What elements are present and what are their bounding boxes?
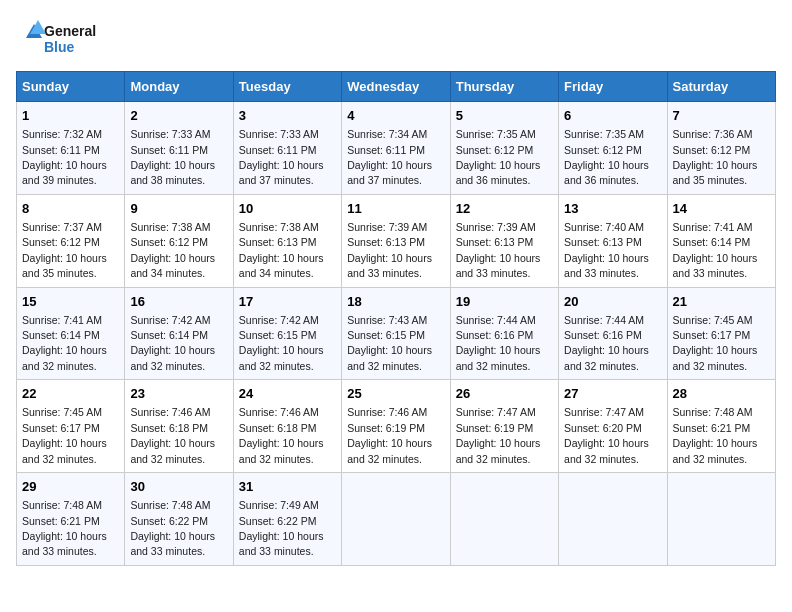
- logo: General Blue: [16, 16, 106, 61]
- calendar-cell: 26 Sunrise: 7:47 AMSunset: 6:19 PMDaylig…: [450, 380, 558, 473]
- day-info: Sunrise: 7:38 AMSunset: 6:13 PMDaylight:…: [239, 221, 324, 279]
- calendar-cell: 17 Sunrise: 7:42 AMSunset: 6:15 PMDaylig…: [233, 287, 341, 380]
- day-info: Sunrise: 7:42 AMSunset: 6:15 PMDaylight:…: [239, 314, 324, 372]
- day-info: Sunrise: 7:32 AMSunset: 6:11 PMDaylight:…: [22, 128, 107, 186]
- calendar-cell: [559, 473, 667, 566]
- day-info: Sunrise: 7:42 AMSunset: 6:14 PMDaylight:…: [130, 314, 215, 372]
- day-info: Sunrise: 7:37 AMSunset: 6:12 PMDaylight:…: [22, 221, 107, 279]
- day-number: 8: [22, 200, 119, 218]
- day-number: 11: [347, 200, 444, 218]
- day-of-week-header: Friday: [559, 72, 667, 102]
- day-of-week-header: Thursday: [450, 72, 558, 102]
- calendar-cell: [342, 473, 450, 566]
- day-of-week-header: Wednesday: [342, 72, 450, 102]
- day-info: Sunrise: 7:45 AMSunset: 6:17 PMDaylight:…: [673, 314, 758, 372]
- day-number: 10: [239, 200, 336, 218]
- day-number: 5: [456, 107, 553, 125]
- day-info: Sunrise: 7:47 AMSunset: 6:20 PMDaylight:…: [564, 406, 649, 464]
- day-info: Sunrise: 7:35 AMSunset: 6:12 PMDaylight:…: [564, 128, 649, 186]
- calendar-cell: 28 Sunrise: 7:48 AMSunset: 6:21 PMDaylig…: [667, 380, 775, 473]
- day-info: Sunrise: 7:47 AMSunset: 6:19 PMDaylight:…: [456, 406, 541, 464]
- day-info: Sunrise: 7:39 AMSunset: 6:13 PMDaylight:…: [456, 221, 541, 279]
- page-header: General Blue: [16, 16, 776, 61]
- day-info: Sunrise: 7:39 AMSunset: 6:13 PMDaylight:…: [347, 221, 432, 279]
- day-number: 4: [347, 107, 444, 125]
- calendar-cell: 10 Sunrise: 7:38 AMSunset: 6:13 PMDaylig…: [233, 194, 341, 287]
- day-number: 9: [130, 200, 227, 218]
- day-info: Sunrise: 7:40 AMSunset: 6:13 PMDaylight:…: [564, 221, 649, 279]
- day-number: 14: [673, 200, 770, 218]
- calendar-cell: [667, 473, 775, 566]
- day-info: Sunrise: 7:44 AMSunset: 6:16 PMDaylight:…: [456, 314, 541, 372]
- calendar-cell: [450, 473, 558, 566]
- svg-text:Blue: Blue: [44, 39, 75, 55]
- calendar-cell: 4 Sunrise: 7:34 AMSunset: 6:11 PMDayligh…: [342, 102, 450, 195]
- calendar-cell: 15 Sunrise: 7:41 AMSunset: 6:14 PMDaylig…: [17, 287, 125, 380]
- day-info: Sunrise: 7:46 AMSunset: 6:18 PMDaylight:…: [239, 406, 324, 464]
- calendar-cell: 7 Sunrise: 7:36 AMSunset: 6:12 PMDayligh…: [667, 102, 775, 195]
- day-number: 20: [564, 293, 661, 311]
- day-info: Sunrise: 7:34 AMSunset: 6:11 PMDaylight:…: [347, 128, 432, 186]
- day-number: 30: [130, 478, 227, 496]
- day-info: Sunrise: 7:45 AMSunset: 6:17 PMDaylight:…: [22, 406, 107, 464]
- calendar-cell: 23 Sunrise: 7:46 AMSunset: 6:18 PMDaylig…: [125, 380, 233, 473]
- day-number: 28: [673, 385, 770, 403]
- calendar-cell: 30 Sunrise: 7:48 AMSunset: 6:22 PMDaylig…: [125, 473, 233, 566]
- calendar-cell: 25 Sunrise: 7:46 AMSunset: 6:19 PMDaylig…: [342, 380, 450, 473]
- calendar-cell: 27 Sunrise: 7:47 AMSunset: 6:20 PMDaylig…: [559, 380, 667, 473]
- svg-text:General: General: [44, 23, 96, 39]
- day-info: Sunrise: 7:33 AMSunset: 6:11 PMDaylight:…: [130, 128, 215, 186]
- day-number: 26: [456, 385, 553, 403]
- calendar-cell: 31 Sunrise: 7:49 AMSunset: 6:22 PMDaylig…: [233, 473, 341, 566]
- calendar-cell: 5 Sunrise: 7:35 AMSunset: 6:12 PMDayligh…: [450, 102, 558, 195]
- day-number: 16: [130, 293, 227, 311]
- day-info: Sunrise: 7:44 AMSunset: 6:16 PMDaylight:…: [564, 314, 649, 372]
- day-info: Sunrise: 7:46 AMSunset: 6:18 PMDaylight:…: [130, 406, 215, 464]
- calendar-table: SundayMondayTuesdayWednesdayThursdayFrid…: [16, 71, 776, 566]
- calendar-cell: 14 Sunrise: 7:41 AMSunset: 6:14 PMDaylig…: [667, 194, 775, 287]
- calendar-cell: 12 Sunrise: 7:39 AMSunset: 6:13 PMDaylig…: [450, 194, 558, 287]
- day-info: Sunrise: 7:38 AMSunset: 6:12 PMDaylight:…: [130, 221, 215, 279]
- calendar-cell: 21 Sunrise: 7:45 AMSunset: 6:17 PMDaylig…: [667, 287, 775, 380]
- day-of-week-header: Monday: [125, 72, 233, 102]
- day-of-week-header: Sunday: [17, 72, 125, 102]
- day-number: 2: [130, 107, 227, 125]
- day-of-week-header: Saturday: [667, 72, 775, 102]
- day-info: Sunrise: 7:48 AMSunset: 6:21 PMDaylight:…: [673, 406, 758, 464]
- day-number: 21: [673, 293, 770, 311]
- calendar-cell: 13 Sunrise: 7:40 AMSunset: 6:13 PMDaylig…: [559, 194, 667, 287]
- day-info: Sunrise: 7:35 AMSunset: 6:12 PMDaylight:…: [456, 128, 541, 186]
- day-number: 12: [456, 200, 553, 218]
- day-number: 19: [456, 293, 553, 311]
- calendar-cell: 19 Sunrise: 7:44 AMSunset: 6:16 PMDaylig…: [450, 287, 558, 380]
- calendar-cell: 11 Sunrise: 7:39 AMSunset: 6:13 PMDaylig…: [342, 194, 450, 287]
- day-info: Sunrise: 7:36 AMSunset: 6:12 PMDaylight:…: [673, 128, 758, 186]
- day-number: 31: [239, 478, 336, 496]
- calendar-cell: 8 Sunrise: 7:37 AMSunset: 6:12 PMDayligh…: [17, 194, 125, 287]
- calendar-cell: 3 Sunrise: 7:33 AMSunset: 6:11 PMDayligh…: [233, 102, 341, 195]
- day-info: Sunrise: 7:43 AMSunset: 6:15 PMDaylight:…: [347, 314, 432, 372]
- calendar-cell: 1 Sunrise: 7:32 AMSunset: 6:11 PMDayligh…: [17, 102, 125, 195]
- day-number: 3: [239, 107, 336, 125]
- day-number: 22: [22, 385, 119, 403]
- day-of-week-header: Tuesday: [233, 72, 341, 102]
- day-number: 29: [22, 478, 119, 496]
- calendar-cell: 18 Sunrise: 7:43 AMSunset: 6:15 PMDaylig…: [342, 287, 450, 380]
- day-number: 27: [564, 385, 661, 403]
- calendar-cell: 22 Sunrise: 7:45 AMSunset: 6:17 PMDaylig…: [17, 380, 125, 473]
- day-info: Sunrise: 7:49 AMSunset: 6:22 PMDaylight:…: [239, 499, 324, 557]
- day-number: 23: [130, 385, 227, 403]
- day-number: 7: [673, 107, 770, 125]
- day-number: 18: [347, 293, 444, 311]
- calendar-cell: 20 Sunrise: 7:44 AMSunset: 6:16 PMDaylig…: [559, 287, 667, 380]
- day-info: Sunrise: 7:41 AMSunset: 6:14 PMDaylight:…: [673, 221, 758, 279]
- calendar-cell: 2 Sunrise: 7:33 AMSunset: 6:11 PMDayligh…: [125, 102, 233, 195]
- calendar-cell: 24 Sunrise: 7:46 AMSunset: 6:18 PMDaylig…: [233, 380, 341, 473]
- day-number: 1: [22, 107, 119, 125]
- day-info: Sunrise: 7:33 AMSunset: 6:11 PMDaylight:…: [239, 128, 324, 186]
- day-number: 15: [22, 293, 119, 311]
- calendar-cell: 6 Sunrise: 7:35 AMSunset: 6:12 PMDayligh…: [559, 102, 667, 195]
- day-info: Sunrise: 7:48 AMSunset: 6:21 PMDaylight:…: [22, 499, 107, 557]
- day-info: Sunrise: 7:48 AMSunset: 6:22 PMDaylight:…: [130, 499, 215, 557]
- day-number: 17: [239, 293, 336, 311]
